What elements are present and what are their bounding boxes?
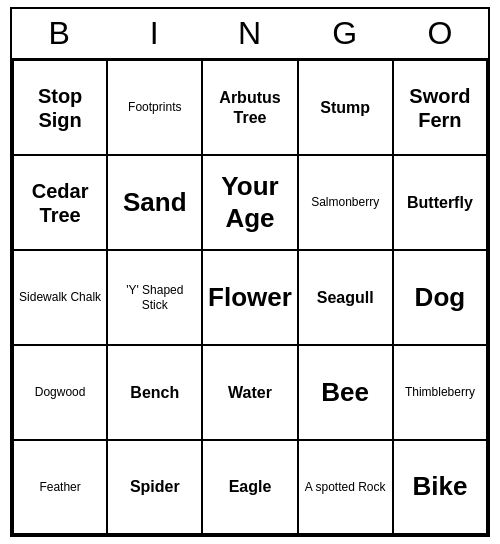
bingo-cell-19: Thimbleberry bbox=[393, 345, 488, 440]
bingo-cell-0: Stop Sign bbox=[12, 60, 107, 155]
bingo-cell-1: Footprints bbox=[107, 60, 202, 155]
bingo-cell-5: Cedar Tree bbox=[12, 155, 107, 250]
bingo-cell-24: Bike bbox=[393, 440, 488, 535]
header-o: O bbox=[393, 9, 488, 58]
bingo-cell-17: Water bbox=[202, 345, 297, 440]
bingo-cell-11: 'Y' Shaped Stick bbox=[107, 250, 202, 345]
bingo-cell-13: Seagull bbox=[298, 250, 393, 345]
header-n: N bbox=[202, 9, 297, 58]
bingo-cell-14: Dog bbox=[393, 250, 488, 345]
bingo-cell-8: Salmonberry bbox=[298, 155, 393, 250]
bingo-cell-20: Feather bbox=[12, 440, 107, 535]
header-b: B bbox=[12, 9, 107, 58]
bingo-card: B I N G O Stop SignFootprintsArbutus Tre… bbox=[10, 7, 490, 537]
bingo-cell-23: A spotted Rock bbox=[298, 440, 393, 535]
header-i: I bbox=[107, 9, 202, 58]
bingo-cell-2: Arbutus Tree bbox=[202, 60, 297, 155]
header-g: G bbox=[298, 9, 393, 58]
bingo-cell-9: Butterfly bbox=[393, 155, 488, 250]
bingo-cell-12: Flower bbox=[202, 250, 297, 345]
bingo-cell-16: Bench bbox=[107, 345, 202, 440]
bingo-grid: Stop SignFootprintsArbutus TreeStumpSwor… bbox=[12, 60, 488, 535]
bingo-cell-7: Your Age bbox=[202, 155, 297, 250]
bingo-cell-15: Dogwood bbox=[12, 345, 107, 440]
bingo-cell-3: Stump bbox=[298, 60, 393, 155]
bingo-cell-10: Sidewalk Chalk bbox=[12, 250, 107, 345]
bingo-cell-21: Spider bbox=[107, 440, 202, 535]
bingo-cell-6: Sand bbox=[107, 155, 202, 250]
bingo-cell-22: Eagle bbox=[202, 440, 297, 535]
bingo-cell-4: Sword Fern bbox=[393, 60, 488, 155]
bingo-cell-18: Bee bbox=[298, 345, 393, 440]
bingo-header: B I N G O bbox=[12, 9, 488, 60]
